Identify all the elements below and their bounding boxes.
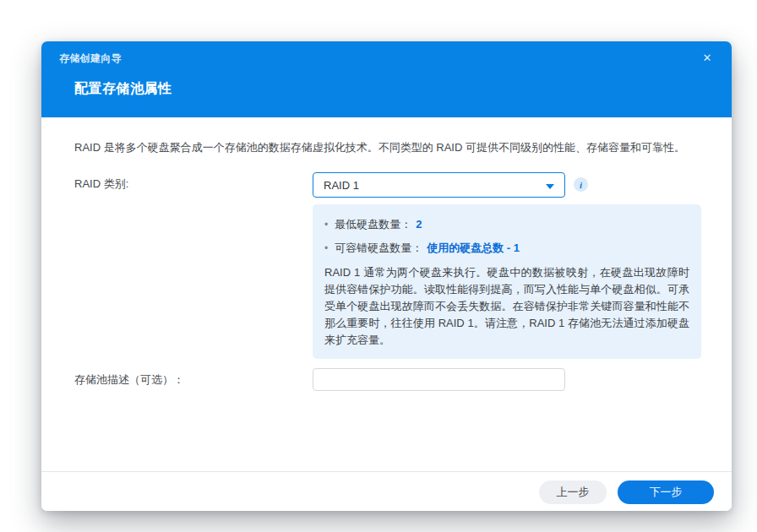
pool-description-input[interactable] bbox=[313, 368, 565, 391]
raid-type-selected-value: RAID 1 bbox=[324, 179, 359, 192]
raid1-explanation-text: RAID 1 通常为两个硬盘来执行。硬盘中的数据被映射，在硬盘出现故障时提供容错… bbox=[324, 264, 689, 349]
dialog-header: 存储创建向导 ✕ 配置存储池属性 bbox=[41, 41, 732, 117]
min-disk-value: 2 bbox=[416, 217, 422, 232]
bullet-icon: • bbox=[324, 217, 328, 232]
close-icon[interactable]: ✕ bbox=[698, 48, 716, 67]
list-item: • 最低硬盘数量： 2 bbox=[324, 217, 689, 232]
bullet-icon: • bbox=[324, 241, 328, 256]
fault-tolerance-value: 使用的硬盘总数 - 1 bbox=[427, 241, 520, 256]
dialog-footer: 上一步 下一步 bbox=[41, 471, 732, 511]
list-item: • 可容错硬盘数量： 使用的硬盘总数 - 1 bbox=[324, 241, 689, 256]
next-button[interactable]: 下一步 bbox=[618, 480, 714, 504]
raid-info-panel: • 最低硬盘数量： 2 • 可容错硬盘数量： 使用的硬盘总数 - 1 RAID … bbox=[313, 204, 701, 359]
info-icon[interactable]: i bbox=[574, 177, 588, 192]
storage-wizard-dialog: 存储创建向导 ✕ 配置存储池属性 RAID 是将多个硬盘聚合成一个存储池的数据存… bbox=[41, 41, 732, 511]
chevron-down-icon bbox=[546, 184, 554, 189]
fault-tolerance-label: 可容错硬盘数量： bbox=[335, 241, 422, 256]
pool-description-label: 存储池描述（可选）： bbox=[74, 372, 184, 388]
back-button[interactable]: 上一步 bbox=[539, 480, 607, 504]
min-disk-label: 最低硬盘数量： bbox=[335, 217, 411, 232]
raid-description-text: RAID 是将多个硬盘聚合成一个存储池的数据存储虚拟化技术。不同类型的 RAID… bbox=[74, 140, 716, 155]
wizard-title: 存储创建向导 bbox=[59, 52, 122, 66]
raid-type-select[interactable]: RAID 1 bbox=[313, 172, 565, 198]
raid-type-label: RAID 类别: bbox=[74, 176, 128, 192]
page-title: 配置存储池属性 bbox=[74, 80, 172, 98]
